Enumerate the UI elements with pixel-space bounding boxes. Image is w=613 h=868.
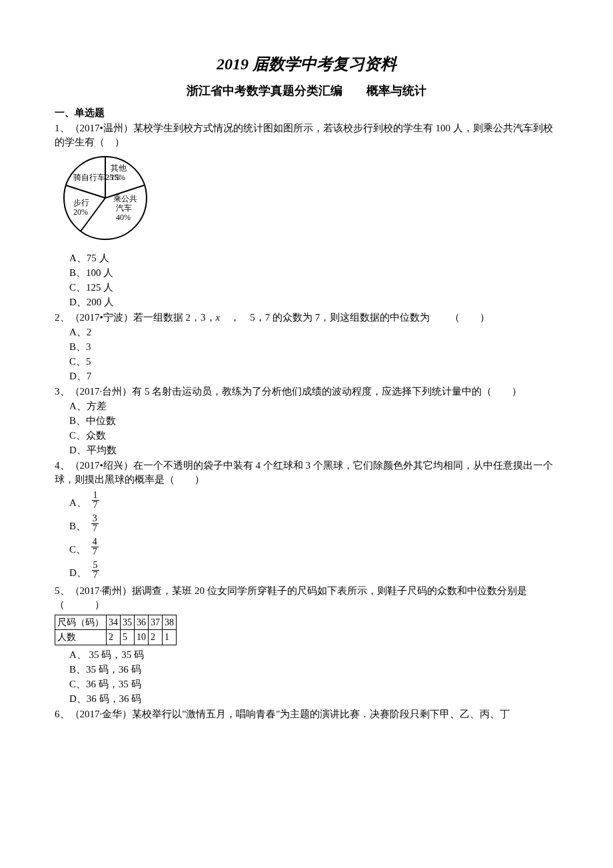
main-title: 2019 届数学中考复习资料: [55, 53, 558, 76]
q4-c-letter: C、: [69, 544, 86, 555]
q5-option-a: A、 35 码，35 码: [55, 648, 558, 662]
q2-stem-a: 2、（2017•宁波）若一组数据 2，3，: [55, 312, 216, 323]
table-row: 尺码（码） 34 35 36 37 38: [55, 615, 177, 630]
sub-title: 浙江省中考数学真题分类汇编 概率与统计: [55, 83, 558, 99]
th-count: 人数: [55, 630, 107, 645]
question-3-stem: 3、（2017·台州）有 5 名射击运动员，教练为了分析他们成绩的波动程度，应选…: [55, 385, 558, 399]
q3-option-d: D、平均数: [55, 443, 558, 457]
q4-d-num: 5: [92, 561, 99, 571]
q4-c-den: 7: [91, 547, 99, 557]
count-cell: 2: [149, 630, 163, 645]
q3-option-a: A、方差: [55, 399, 558, 413]
question-1-stem: 1、（2017•温州）某校学生到校方式情况的统计图如图所示，若该校步行到校的学生…: [55, 121, 558, 149]
q2-option-a: A、2: [55, 325, 558, 339]
question-4-stem: 4、（2017•绍兴）在一个不透明的袋子中装有 4 个红球和 3 个黑球，它们除…: [55, 459, 558, 487]
section-heading: 一、单选题: [55, 106, 558, 120]
q5-option-d: D、36 码，36 码: [55, 692, 558, 706]
q4-b-num: 3: [91, 514, 99, 524]
q4-option-b: B、 37: [55, 514, 558, 533]
pie-label-bus-1: 乘公共: [113, 194, 137, 203]
q1-option-c: C、125 人: [55, 281, 558, 295]
q1-option-d: D、200 人: [55, 295, 558, 309]
count-cell: 1: [163, 630, 177, 645]
q5-option-c: C、36 码，35 码: [55, 677, 558, 691]
th-size: 尺码（码）: [55, 615, 107, 630]
q3-option-b: B、中位数: [55, 414, 558, 428]
q2-option-b: B、3: [55, 340, 558, 354]
size-cell: 36: [135, 615, 149, 630]
pie-label-bus-2: 汽车: [116, 203, 132, 213]
fraction-icon: 17: [92, 491, 99, 510]
q3-option-c: C、众数: [55, 429, 558, 443]
pie-chart-svg: 骑自行车25% 其他 15% 乘公共 汽车 40% 步行 20%: [59, 153, 152, 243]
fraction-icon: 47: [91, 537, 99, 557]
pie-label-walk-1: 步行: [73, 198, 89, 207]
count-cell: 5: [121, 630, 135, 645]
q4-option-c: C、 47: [55, 537, 558, 557]
pie-label-other-2: 15%: [111, 173, 125, 182]
pie-chart: 骑自行车25% 其他 15% 乘公共 汽车 40% 步行 20%: [59, 153, 558, 247]
q2-option-c: C、5: [55, 355, 558, 369]
size-cell: 37: [149, 615, 163, 630]
q4-option-d: D、 57: [55, 561, 558, 580]
size-cell: 38: [163, 615, 177, 630]
q4-b-den: 7: [91, 524, 99, 533]
q4-a-num: 1: [92, 491, 99, 501]
size-cell: 34: [107, 615, 121, 630]
q2-option-d: D、7: [55, 369, 558, 383]
question-2-stem: 2、（2017•宁波）若一组数据 2，3，x ， 5，7 的众数为 7，则这组数…: [55, 311, 558, 325]
q4-d-letter: D、: [69, 567, 87, 578]
question-5-stem: 5、（2017·衢州）据调查，某班 20 位女同学所穿鞋子的尺码如下表所示，则鞋…: [55, 584, 558, 612]
size-cell: 35: [121, 615, 135, 630]
pie-label-walk-2: 20%: [73, 207, 88, 217]
q1-option-b: B、100 人: [55, 266, 558, 280]
pie-label-bus-3: 40%: [116, 213, 131, 222]
q2-stem-b: ， 5，7 的众数为 7，则这组数据的中位数为 （ ）: [220, 312, 490, 323]
count-cell: 10: [135, 630, 149, 645]
q5-option-b: B、35 码，36 码: [55, 663, 558, 677]
q4-b-letter: B、: [69, 521, 86, 531]
count-cell: 2: [107, 630, 121, 645]
q4-c-num: 4: [91, 537, 99, 547]
q4-a-den: 7: [92, 501, 99, 510]
table-row: 人数 2 5 10 2 1: [55, 630, 177, 645]
q1-option-a: A、75 人: [55, 251, 558, 265]
q4-d-den: 7: [92, 571, 99, 580]
fraction-icon: 37: [91, 514, 99, 533]
shoe-size-table: 尺码（码） 34 35 36 37 38 人数 2 5 10 2 1: [55, 615, 177, 645]
fraction-icon: 57: [92, 561, 99, 580]
q4-option-a: A、 17: [55, 491, 558, 510]
question-6-stem: 6、（2017·金华）某校举行以"激情五月，唱响青春"为主题的演讲比赛．决赛阶段…: [55, 707, 558, 721]
pie-label-other-1: 其他: [111, 163, 127, 173]
q4-a-letter: A、: [69, 497, 87, 508]
